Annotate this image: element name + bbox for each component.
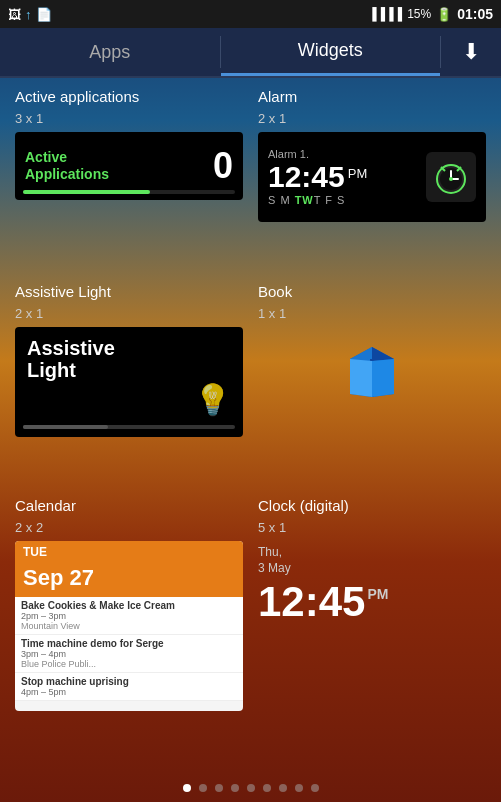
book-title: Book <box>258 283 486 300</box>
active-app-bar-fill <box>23 190 150 194</box>
tab-apps[interactable]: Apps <box>0 28 220 76</box>
clock-widget[interactable]: Thu, 3 May 12:45 PM <box>258 541 486 622</box>
event-3-time: 4pm – 5pm <box>21 687 237 697</box>
svg-point-4 <box>449 177 453 181</box>
assistive-size: 2 x 1 <box>15 306 243 321</box>
widget-section-active-applications: Active applications 3 x 1 ActiveApplicat… <box>15 88 243 263</box>
download-button[interactable]: ⬇ <box>441 28 501 76</box>
assistive-label: AssistiveLight <box>27 337 231 381</box>
active-app-bar <box>23 190 235 194</box>
status-icons: ▐▐▐▐ 15% 🔋 01:05 <box>368 6 493 22</box>
widget-section-calendar: Calendar 2 x 2 TUE Sep 27 Bake Cookies &… <box>15 497 243 752</box>
tab-apps-label: Apps <box>89 42 130 63</box>
bulb-icon: 💡 <box>194 382 231 417</box>
tab-bar: Apps Widgets ⬇ <box>0 28 501 78</box>
page-dot-6[interactable] <box>263 784 271 792</box>
widget-section-clock: Clock (digital) 5 x 1 Thu, 3 May 12:45 P… <box>258 497 486 752</box>
alarm-left: Alarm 1. 12:45 PM S M TWT F S <box>268 148 367 206</box>
event-3-title: Stop machine uprising <box>21 676 237 687</box>
active-app-size: 3 x 1 <box>15 111 243 126</box>
book-icon <box>340 339 405 404</box>
page-indicators <box>0 784 501 792</box>
calendar-size: 2 x 2 <box>15 520 243 535</box>
svg-marker-9 <box>372 347 394 361</box>
clock-time: 01:05 <box>457 6 493 22</box>
widget-section-book: Book 1 x 1 <box>258 283 486 478</box>
clock-size: 5 x 1 <box>258 520 486 535</box>
alarm-title: Alarm <box>258 88 486 105</box>
event-1-time: 2pm – 3pm <box>21 611 237 621</box>
book-size: 1 x 1 <box>258 306 486 321</box>
battery-percent: 15% <box>407 7 431 21</box>
assistive-widget[interactable]: AssistiveLight 💡 <box>15 327 243 437</box>
clock-title: Clock (digital) <box>258 497 486 514</box>
event-2-time: 3pm – 4pm <box>21 649 237 659</box>
clock-digital-time: 12:45 <box>258 581 365 623</box>
calendar-title: Calendar <box>15 497 243 514</box>
page-dot-9[interactable] <box>311 784 319 792</box>
assistive-title: Assistive Light <box>15 283 243 300</box>
calendar-date: Sep 27 <box>15 563 243 597</box>
tab-widgets[interactable]: Widgets <box>221 28 441 76</box>
calendar-event-2: Time machine demo for Serge 3pm – 4pm Bl… <box>15 635 243 673</box>
alarm-size: 2 x 1 <box>258 111 486 126</box>
page-dot-2[interactable] <box>199 784 207 792</box>
calendar-event-3: Stop machine uprising 4pm – 5pm <box>15 673 243 701</box>
assistive-bar-fill <box>23 425 108 429</box>
page-dot-3[interactable] <box>215 784 223 792</box>
active-app-title: Active applications <box>15 88 243 105</box>
alarm-time: 12:45 <box>268 162 345 192</box>
page-dot-8[interactable] <box>295 784 303 792</box>
event-2-title: Time machine demo for Serge <box>21 638 237 649</box>
active-app-count: 0 <box>213 145 233 187</box>
widget-section-alarm: Alarm 2 x 1 Alarm 1. 12:45 PM S M TWT F … <box>258 88 486 263</box>
alarm-clock-icon <box>426 152 476 202</box>
svg-marker-13 <box>350 359 372 397</box>
clock-digital-ampm: PM <box>367 587 388 601</box>
page-dot-4[interactable] <box>231 784 239 792</box>
alarm-widget[interactable]: Alarm 1. 12:45 PM S M TWT F S <box>258 132 486 222</box>
page-dot-1[interactable] <box>183 784 191 792</box>
svg-marker-14 <box>372 359 394 397</box>
screenshot-icon: 🖼 <box>8 7 21 22</box>
page-dot-7[interactable] <box>279 784 287 792</box>
upload-icon: ↑ <box>25 7 32 22</box>
download-icon: ⬇ <box>462 39 480 65</box>
event-1-title: Bake Cookies & Make Ice Cream <box>21 600 237 611</box>
widgets-grid: Active applications 3 x 1 ActiveApplicat… <box>0 78 501 762</box>
active-app-label: ActiveApplications <box>25 149 109 183</box>
status-bar-left: 🖼 ↑ 📄 <box>8 7 362 22</box>
page-dot-5[interactable] <box>247 784 255 792</box>
clock-date-info: Thu, 3 May <box>258 545 486 576</box>
calendar-widget[interactable]: TUE Sep 27 Bake Cookies & Make Ice Cream… <box>15 541 243 711</box>
alarm-days: S M TWT F S <box>268 194 367 206</box>
clock-date: 3 May <box>258 561 291 575</box>
status-bar: 🖼 ↑ 📄 ▐▐▐▐ 15% 🔋 01:05 <box>0 0 501 28</box>
calendar-day-of-week: TUE <box>15 541 243 563</box>
tab-widgets-label: Widgets <box>298 40 363 61</box>
clock-time-display: 12:45 PM <box>258 581 486 623</box>
calendar-events: Bake Cookies & Make Ice Cream 2pm – 3pm … <box>15 597 243 701</box>
alarm-ampm: PM <box>348 166 368 181</box>
calendar-event-1: Bake Cookies & Make Ice Cream 2pm – 3pm … <box>15 597 243 635</box>
battery-icon: 🔋 <box>436 7 452 22</box>
active-app-widget[interactable]: ActiveApplications 0 <box>15 132 243 200</box>
assistive-bar <box>23 425 235 429</box>
alarm-name: Alarm 1. <box>268 148 367 160</box>
widget-section-assistive-light: Assistive Light 2 x 1 AssistiveLight 💡 <box>15 283 243 478</box>
svg-marker-8 <box>350 347 372 361</box>
signal-icon: ▐▐▐▐ <box>368 7 402 21</box>
event-2-loc: Blue Police Publi... <box>21 659 237 669</box>
file-icon: 📄 <box>36 7 52 22</box>
book-widget[interactable] <box>258 327 486 417</box>
event-1-loc: Mountain View <box>21 621 237 631</box>
clock-day: Thu, <box>258 545 282 559</box>
